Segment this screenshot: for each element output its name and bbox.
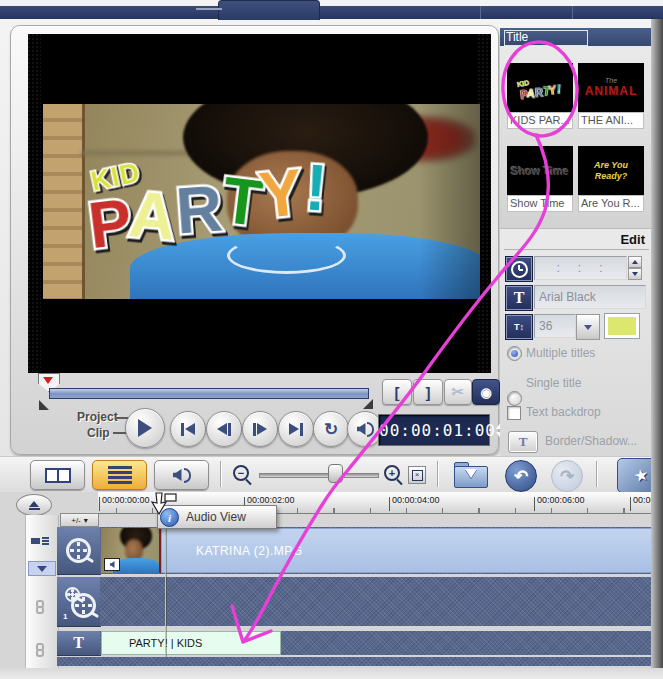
library-header[interactable]: Title — [500, 28, 653, 46]
trim-handle-left[interactable] — [39, 400, 49, 410]
previous-frame-button[interactable] — [206, 411, 242, 447]
border-shadow-button[interactable]: T — [508, 431, 538, 453]
home-icon — [185, 423, 195, 435]
overlay-number: 1 — [63, 612, 67, 621]
video-preview-area: KID P A R T Y ! — [28, 34, 491, 373]
undo-icon: ↶ — [514, 466, 528, 487]
thumbnail[interactable]: Are YouReady? — [578, 146, 644, 195]
single-title-label[interactable]: Single title — [526, 376, 581, 390]
sound-waves-icon — [367, 422, 374, 437]
multiple-titles-radio[interactable] — [507, 346, 522, 361]
video-track-header[interactable] — [57, 527, 101, 575]
zoom-slider-track[interactable] — [259, 473, 379, 478]
font-size-dropdown-button[interactable] — [576, 314, 600, 340]
fit-icon: × — [412, 470, 423, 481]
film-reel-icon — [66, 538, 91, 563]
next-frame-icon — [257, 423, 267, 435]
library-item-the-animal[interactable]: The ANIMAL THE ANI... — [578, 63, 644, 129]
ripple-link-icon[interactable] — [36, 600, 46, 614]
video-clip[interactable]: KATRINA (2).MPG — [161, 528, 663, 573]
undo-button[interactable]: ↶ — [505, 460, 537, 492]
track-manager-button[interactable]: +/- ▾ — [60, 513, 99, 527]
track-utility-strip — [25, 515, 59, 669]
enlarge-preview-button[interactable]: ◉ — [472, 379, 500, 405]
title-overlay-party: P A R T Y ! — [87, 176, 467, 240]
step-tab-bar[interactable] — [0, 6, 663, 19]
window-bottom-edge — [0, 668, 663, 679]
library-item-kids-party[interactable]: KID PARTY! KIDS PAR... — [507, 63, 573, 129]
timeline-area: 00:00:00:00 00:00:02:00 00:00:04:00 00:0… — [0, 492, 663, 668]
cut-clip-button[interactable]: ✂ — [444, 379, 472, 405]
spin-up-icon[interactable] — [632, 260, 638, 264]
track-manager-label: +/- — [71, 516, 81, 525]
project-mode-label[interactable]: Project — [77, 410, 118, 424]
next-track-stub — [57, 657, 663, 666]
video-clip-name: KATRINA (2).MPG — [196, 544, 303, 558]
zoom-in-button[interactable]: + — [384, 465, 400, 481]
single-title-radio[interactable] — [507, 391, 522, 406]
shirt-collar — [227, 237, 347, 274]
overlay-track-header[interactable]: 1 — [57, 577, 101, 627]
go-to-end-button[interactable] — [278, 411, 314, 447]
chevron-down-icon — [584, 325, 592, 330]
thumb-text: ANIMAL — [585, 84, 638, 98]
video-frame: KID P A R T Y ! — [43, 104, 480, 299]
thumbnail[interactable]: Show Time — [507, 146, 573, 195]
repeat-button[interactable]: ↻ — [313, 411, 349, 447]
ripple-link-icon[interactable] — [36, 643, 46, 657]
zoom-slider-thumb[interactable] — [328, 464, 343, 483]
eject-button[interactable] — [16, 494, 52, 516]
audio-view-button[interactable] — [154, 460, 209, 490]
redo-button[interactable]: ↷ — [551, 460, 583, 492]
edit-tab-label[interactable]: Edit — [620, 232, 645, 247]
library-item-are-you-ready[interactable]: Are YouReady? Are You R... — [578, 146, 644, 212]
scrubber-track[interactable] — [49, 388, 369, 399]
sound-waves-icon — [184, 468, 191, 483]
active-step-tab[interactable] — [218, 0, 320, 20]
font-icon: T — [505, 285, 533, 311]
timeline-toolbar: − + × ↶ ↷ ★ — [0, 456, 663, 494]
multiple-titles-label[interactable]: Multiple titles — [526, 346, 595, 360]
trim-handle-right[interactable] — [363, 399, 373, 409]
text-backdrop-label[interactable]: Text backdrop — [526, 405, 601, 419]
window-right-edge — [651, 19, 663, 668]
audio-indicator-icon — [104, 558, 120, 571]
title-clip[interactable]: PARTY! | KIDS — [101, 631, 281, 655]
track-view-icon[interactable] — [31, 537, 49, 545]
font-size-select[interactable]: 36 — [534, 314, 576, 338]
playhead-line[interactable] — [165, 513, 166, 657]
title-track-header[interactable]: T — [57, 631, 101, 656]
title-track[interactable]: PARTY! | KIDS — [100, 631, 663, 655]
zoom-out-button[interactable]: − — [233, 465, 249, 481]
font-name-select[interactable]: Arial Black — [534, 285, 646, 309]
preview-panel: KID P A R T Y ! [ ] ✂ ◉ Project Clip — [10, 25, 499, 455]
duration-field[interactable]: : : : — [534, 256, 627, 280]
spin-down-icon[interactable] — [632, 272, 638, 276]
thumbnail[interactable]: The ANIMAL — [578, 63, 644, 112]
go-to-start-button[interactable] — [170, 411, 206, 447]
clip-mode-label[interactable]: Clip — [87, 426, 110, 440]
storyboard-view-button[interactable] — [30, 460, 85, 490]
fit-project-button[interactable]: × — [408, 466, 426, 484]
mark-in-button[interactable]: [ — [382, 379, 412, 405]
scroll-down-button[interactable] — [28, 561, 56, 576]
timeline-view-button[interactable] — [92, 460, 147, 490]
down-arrow-icon — [465, 469, 477, 478]
video-track[interactable]: KATRINA (2).MPG — [100, 527, 663, 574]
text-backdrop-checkbox[interactable] — [507, 406, 521, 420]
timecode-display[interactable]: 00:00:01:00 — [378, 414, 490, 446]
videostudio-window: KID P A R T Y ! [ ] ✂ ◉ Project Clip — [0, 0, 663, 679]
insert-media-button[interactable] — [452, 460, 490, 489]
clip-thumbnail[interactable] — [101, 528, 159, 573]
duration-spinner[interactable] — [628, 256, 642, 280]
storyboard-icon — [45, 468, 71, 483]
clock-icon — [511, 261, 528, 278]
next-frame-button[interactable] — [242, 411, 278, 447]
font-color-swatch[interactable] — [604, 313, 640, 339]
library-item-show-time[interactable]: Show Time Show Time — [507, 146, 573, 212]
play-button[interactable] — [125, 408, 165, 448]
border-shadow-label[interactable]: Border/Shadow... — [545, 434, 653, 448]
mark-out-button[interactable]: ] — [413, 379, 443, 405]
overlay-track[interactable] — [100, 577, 663, 626]
thumbnail[interactable]: KID PARTY! — [507, 63, 573, 112]
